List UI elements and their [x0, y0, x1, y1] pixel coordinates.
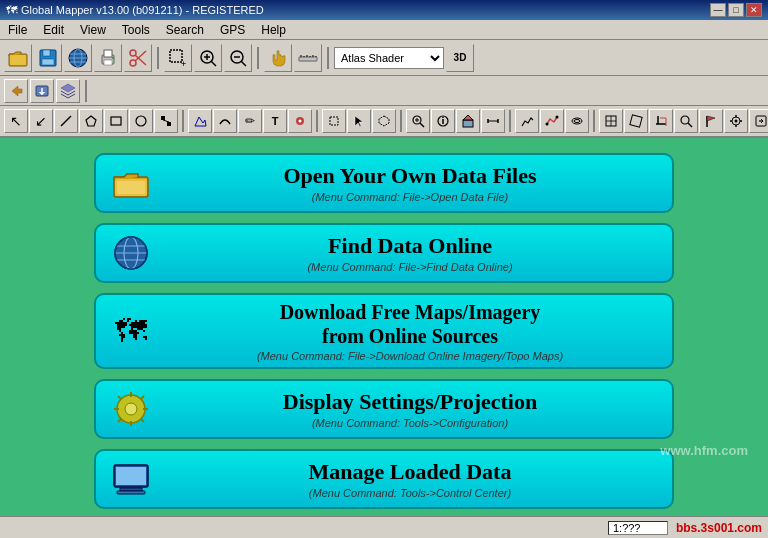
tb3-crop-button[interactable] [649, 109, 673, 133]
svg-line-95 [118, 396, 122, 400]
tb3-feature-button[interactable] [456, 109, 480, 133]
tb3-zoom-area-button[interactable] [406, 109, 430, 133]
menu-bar: File Edit View Tools Search GPS Help [0, 20, 768, 40]
tb-hand-button[interactable] [264, 44, 292, 72]
menu-view[interactable]: View [72, 20, 114, 39]
open-data-subtitle: (Menu Command: File->Open Data File) [163, 191, 657, 203]
svg-point-13 [112, 57, 114, 59]
tb3-area-select-button[interactable] [372, 109, 396, 133]
svg-line-36 [61, 116, 71, 126]
tb3-pen-button[interactable]: ✏ [238, 109, 262, 133]
tb3-line-button[interactable] [54, 109, 78, 133]
svg-rect-40 [161, 116, 165, 120]
svg-line-25 [241, 61, 246, 66]
tb3-identify-button[interactable] [431, 109, 455, 133]
tb2-import-button[interactable] [30, 79, 54, 103]
tb3-sep2 [316, 110, 318, 132]
svg-point-60 [556, 116, 559, 119]
menu-search[interactable]: Search [158, 20, 212, 39]
status-bar: 1:??? bbs.3s001.com [0, 516, 768, 538]
display-settings-icon [111, 389, 151, 429]
app-title: Global Mapper v13.00 (b091211) - REGISTE… [21, 4, 264, 16]
tb3-path2-button[interactable] [540, 109, 564, 133]
tb-save-button[interactable] [34, 44, 62, 72]
svg-line-21 [211, 61, 216, 66]
tb-zoom-in-button[interactable] [194, 44, 222, 72]
app-icon: 🗺 [6, 4, 17, 16]
open-data-button[interactable]: Open Your Own Data Files (Menu Command: … [94, 153, 674, 213]
shader-dropdown[interactable]: Atlas Shader Default Slope Aspect [334, 47, 444, 69]
menu-file[interactable]: File [0, 20, 35, 39]
tb3-arrow-button[interactable]: ↖ [4, 109, 28, 133]
download-maps-icon: 🗺 [111, 311, 151, 351]
tb-3d-button[interactable]: 3D [446, 44, 474, 72]
tb3-transform-button[interactable] [624, 109, 648, 133]
tb2-back-button[interactable] [4, 79, 28, 103]
svg-rect-4 [42, 59, 54, 65]
svg-marker-55 [463, 115, 473, 120]
open-data-icon [111, 163, 151, 203]
tb-open-button[interactable] [4, 44, 32, 72]
menu-help[interactable]: Help [253, 20, 294, 39]
tb3-move-button[interactable] [288, 109, 312, 133]
tb3-node-button[interactable] [154, 109, 178, 133]
tb3-contour-button[interactable] [565, 109, 589, 133]
tb-print-button[interactable] [94, 44, 122, 72]
svg-marker-37 [86, 116, 96, 126]
svg-line-97 [141, 396, 145, 400]
tb3-grid-button[interactable] [599, 109, 623, 133]
tb3-measure2-button[interactable] [481, 109, 505, 133]
tb-measure-button[interactable] [294, 44, 322, 72]
menu-edit[interactable]: Edit [35, 20, 72, 39]
maximize-button[interactable]: □ [728, 3, 744, 17]
tb-scissors-button[interactable] [124, 44, 152, 72]
svg-point-73 [735, 120, 738, 123]
tb-globe-button[interactable] [64, 44, 92, 72]
menu-gps[interactable]: GPS [212, 20, 253, 39]
tb3-poly-button[interactable] [79, 109, 103, 133]
download-maps-text: Download Free Maps/Imageryfrom Online So… [163, 300, 657, 362]
svg-rect-41 [167, 122, 171, 126]
tb3-settings-button[interactable] [724, 109, 748, 133]
tb3-arrow2-button[interactable]: ↙ [29, 109, 53, 133]
tb3-cursor-button[interactable] [347, 109, 371, 133]
tb3-text-button[interactable]: T [263, 109, 287, 133]
svg-rect-3 [43, 50, 50, 56]
tb-separator-2 [257, 47, 259, 69]
tb3-digitize-button[interactable] [188, 109, 212, 133]
download-maps-button[interactable]: 🗺 Download Free Maps/Imageryfrom Online … [94, 293, 674, 369]
svg-rect-11 [104, 50, 112, 57]
tb3-export-button[interactable] [749, 109, 768, 133]
tb3-select-button[interactable] [322, 109, 346, 133]
svg-line-98 [118, 419, 122, 423]
svg-rect-102 [117, 491, 145, 494]
display-settings-button[interactable]: Display Settings/Projection (Menu Comman… [94, 379, 674, 439]
manage-data-button[interactable]: Manage Loaded Data (Menu Command: Tools-… [94, 449, 674, 509]
tb3-elevation-button[interactable] [515, 109, 539, 133]
tb3-rect-button[interactable] [104, 109, 128, 133]
minimize-button[interactable]: — [710, 3, 726, 17]
tb3-search-button[interactable] [674, 109, 698, 133]
tb-separator-3 [327, 47, 329, 69]
menu-tools[interactable]: Tools [114, 20, 158, 39]
tb-separator-1 [157, 47, 159, 69]
find-data-icon [111, 233, 151, 273]
svg-point-39 [136, 116, 146, 126]
title-bar: 🗺 Global Mapper v13.00 (b091211) - REGIS… [0, 0, 768, 20]
close-button[interactable]: ✕ [746, 3, 762, 17]
tb3-path-button[interactable] [213, 109, 237, 133]
toolbar-1: + Atlas [0, 40, 768, 76]
status-bar-right: bbs.3s001.com [676, 521, 762, 535]
tb-zoom-rect-button[interactable]: + [164, 44, 192, 72]
tb3-sep5 [593, 110, 595, 132]
tb3-flag-button[interactable] [699, 109, 723, 133]
tb2-layers-button[interactable] [56, 79, 80, 103]
svg-point-44 [299, 120, 302, 123]
svg-rect-100 [116, 467, 146, 485]
svg-point-53 [442, 117, 444, 119]
title-bar-title: 🗺 Global Mapper v13.00 (b091211) - REGIS… [6, 4, 264, 16]
find-data-button[interactable]: Find Data Online (Menu Command: File->Fi… [94, 223, 674, 283]
open-data-title: Open Your Own Data Files [163, 163, 657, 189]
tb-zoom-out-button[interactable] [224, 44, 252, 72]
tb3-circle-button[interactable] [129, 109, 153, 133]
